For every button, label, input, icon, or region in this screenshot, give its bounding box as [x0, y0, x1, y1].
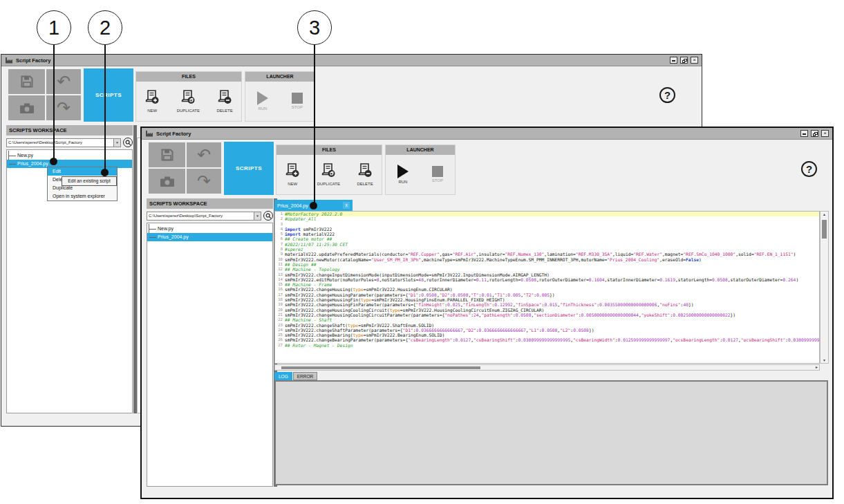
duplicate-script-button[interactable]: DUPLICATE — [317, 162, 340, 186]
code-line[interactable]: 11## Design ## — [275, 262, 819, 267]
browse-folder-button[interactable] — [123, 138, 133, 147]
callout-3-dot — [310, 202, 317, 209]
duplicate-script-label: DUPLICATE — [177, 109, 200, 113]
code-line[interactable]: 5import materialV222 — [275, 232, 819, 236]
code-line[interactable]: 2#Updater_All — [275, 216, 819, 221]
tree-guide-line — [149, 224, 149, 233]
scripts-tab-button[interactable]: SCRIPTS — [224, 142, 274, 195]
code-line[interactable]: 22## Machine - Shaft — [275, 317, 819, 322]
new-script-button[interactable]: NEW — [285, 162, 300, 186]
stop-button[interactable]: STOP — [292, 93, 303, 109]
close-icon[interactable]: × — [821, 130, 829, 137]
code-line[interactable]: 27## Rotor - Magnet - Design — [275, 343, 819, 348]
workspace-header: SCRIPTS WORKSPACE — [147, 198, 273, 209]
error-tab[interactable]: ERROR — [293, 372, 317, 380]
code-line[interactable]: 14smPmIr3V222.editMotor(noRotorPoles=8,n… — [275, 277, 819, 282]
redo-button[interactable]: ↷ — [187, 169, 221, 194]
workspace-path-combobox[interactable]: C:\Users\sperez\Desktop\Script_Factory ▼ — [147, 212, 261, 221]
help-button[interactable]: ? — [659, 87, 675, 103]
callout-2-line — [104, 45, 106, 173]
delete-script-icon — [217, 89, 232, 107]
front-titlebar[interactable]: Script Factory × — [142, 128, 832, 140]
tree-item-prius2004py[interactable]: Prius_2004.py — [147, 233, 272, 241]
code-line[interactable]: 20smPmIr3V222.changeHousingCoolingCircui… — [275, 308, 819, 312]
stop-label: STOP — [292, 105, 303, 109]
save-button[interactable] — [8, 69, 45, 94]
scroll-right-icon[interactable]: ► — [815, 365, 818, 370]
duplicate-script-icon — [180, 89, 196, 107]
callout-1: 1 — [37, 10, 71, 45]
workspace-file-tree: New.py Prius_2004.py — [147, 223, 273, 487]
code-line[interactable]: 23smPmIr3V222.changeShaft(type=smPmIr3V2… — [275, 323, 819, 328]
code-line[interactable]: 17smPmIr3V222.changeHousingParameter(par… — [275, 292, 819, 297]
code-line[interactable]: 6## Create motor ## — [275, 236, 819, 241]
undo-button[interactable]: ↶ — [187, 142, 221, 167]
vertical-scrollbar[interactable]: ▲ ▼ — [820, 211, 829, 364]
scripts-tab-button[interactable]: SCRIPTS — [84, 68, 133, 122]
minimize-icon[interactable] — [800, 130, 808, 137]
code-line[interactable]: 8#sperez — [275, 247, 819, 252]
vertical-scroll-thumb[interactable] — [822, 220, 827, 239]
code-line[interactable]: 12## Machine - Topology — [275, 267, 819, 272]
restore-icon[interactable] — [680, 57, 688, 64]
code-line[interactable]: 13smPmIr3V222.changeInputDimensionMode(i… — [275, 272, 819, 277]
delete-script-button[interactable]: DELETE — [216, 89, 232, 113]
log-tab[interactable]: LOG — [274, 372, 292, 380]
minimize-icon[interactable] — [670, 57, 677, 64]
tree-item-newpy[interactable]: New.py — [7, 151, 132, 160]
delete-script-button[interactable]: DELETE — [357, 162, 373, 186]
camera-icon — [160, 176, 175, 187]
code-line[interactable]: 3 — [275, 222, 819, 227]
context-menu-open-explorer[interactable]: Open in system explorer — [48, 192, 117, 200]
code-line[interactable]: 16smPmIr3V222.changeHousing(type=smPmIr3… — [275, 287, 819, 292]
scroll-down-icon[interactable]: ▼ — [820, 358, 828, 362]
code-line[interactable]: 9materialV222.updatePreferedMaterials(co… — [275, 252, 819, 256]
screenshot-button[interactable] — [8, 95, 45, 120]
duplicate-script-icon — [321, 162, 336, 180]
code-line[interactable]: 15## Machine - Frame — [275, 282, 819, 287]
code-lines[interactable]: 1#MotorFactory 2022.2.02#Updater_All34im… — [274, 211, 820, 364]
undo-button[interactable]: ↶ — [46, 69, 81, 94]
code-line[interactable]: 18smPmIr3V222.changeHousingFin(type=smPm… — [275, 297, 819, 302]
page: Script Factory × ↶ ↷ SCRIPTS FILES — [0, 0, 844, 504]
code-line[interactable]: 21smPmIr3V222.changeHousingCoolingCircui… — [275, 312, 819, 317]
code-line[interactable]: 10smPmIr3V222.newMotor(catalogName="User… — [275, 257, 819, 262]
chevron-down-icon[interactable]: ▼ — [113, 139, 120, 147]
code-line[interactable]: 24smPmIr3V222.changeShaftParameter(param… — [275, 328, 819, 333]
save-button[interactable] — [149, 142, 185, 167]
stop-button[interactable]: STOP — [432, 166, 443, 183]
screenshot-button[interactable] — [149, 169, 185, 194]
code-line[interactable]: 19smPmIr3V222.changeHousingFinParameter(… — [275, 302, 819, 307]
editor-tab-label: Prius_2004.py — [277, 203, 308, 208]
tab-close-icon[interactable]: x — [343, 202, 350, 209]
app-factory-icon — [5, 54, 13, 66]
run-button[interactable]: RUN — [397, 165, 409, 184]
camera-icon — [19, 102, 35, 114]
horizontal-scroll-thumb[interactable] — [281, 366, 480, 369]
code-line[interactable]: 4import smPmIr3V222 — [275, 227, 819, 232]
close-icon[interactable]: × — [691, 57, 698, 64]
callout-2-dot — [101, 169, 109, 176]
duplicate-script-button[interactable]: DUPLICATE — [177, 89, 200, 113]
duplicate-script-label: DUPLICATE — [317, 182, 340, 186]
new-script-button[interactable]: NEW — [144, 89, 160, 113]
horizontal-scrollbar[interactable]: ► — [274, 364, 820, 371]
code-line[interactable]: 1#MotorFactory 2022.2.0 — [275, 212, 819, 216]
code-line[interactable]: 26smPmIr3V222.changeBearingParameter(par… — [275, 337, 819, 342]
stop-icon — [292, 93, 303, 104]
launcher-group-header: LAUNCHER — [386, 145, 455, 155]
scroll-up-icon[interactable]: ▲ — [820, 212, 828, 216]
redo-button[interactable]: ↷ — [46, 95, 81, 120]
back-titlebar[interactable]: Script Factory × — [1, 55, 702, 66]
code-line[interactable]: 7#2022/11/07 11:25:30 CET — [275, 242, 819, 247]
run-button[interactable]: RUN — [257, 91, 268, 111]
code-line[interactable]: 25smPmIr3V222.changeBearing(type=smPmIr3… — [275, 333, 819, 337]
stop-label: STOP — [432, 178, 443, 183]
browse-folder-button[interactable] — [263, 211, 273, 221]
chevron-down-icon[interactable]: ▼ — [254, 212, 261, 220]
save-icon — [20, 75, 34, 88]
help-button[interactable]: ? — [801, 161, 817, 177]
restore-icon[interactable] — [811, 130, 818, 137]
tree-item-newpy[interactable]: New.py — [147, 225, 272, 233]
save-icon — [160, 148, 174, 162]
